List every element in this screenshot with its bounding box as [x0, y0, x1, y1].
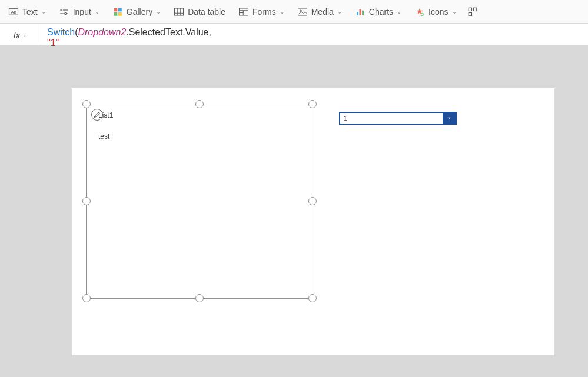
toolbar-charts[interactable]: Charts ⌄: [349, 0, 407, 23]
svg-rect-21: [357, 12, 358, 15]
icons-icon: [414, 6, 425, 17]
chevron-down-icon: ⌄: [280, 8, 284, 15]
formula-bar: fx ⌄ Switch(Dropdown2.SelectedText.Value…: [0, 24, 588, 46]
toolbar-gallery[interactable]: Gallery ⌄: [107, 0, 167, 23]
svg-rect-23: [362, 10, 364, 15]
resize-handle-sw[interactable]: [82, 294, 91, 302]
svg-point-5: [64, 12, 66, 14]
chevron-down-icon: ⌄: [22, 32, 27, 38]
canvas-area[interactable]: List1 test 1: [0, 46, 588, 377]
toolbar-text[interactable]: Ab Text ⌄: [2, 0, 52, 23]
toolbar-more[interactable]: [464, 0, 481, 23]
svg-rect-9: [118, 12, 122, 15]
text-icon: Ab: [8, 6, 19, 17]
toolbar-media[interactable]: Media ⌄: [291, 0, 348, 23]
svg-point-24: [421, 13, 424, 16]
resize-handle-n[interactable]: [195, 100, 204, 108]
toolbar-label: Text: [22, 7, 38, 16]
toolbar-datatable[interactable]: Data table: [168, 0, 231, 23]
sliders-icon: [59, 6, 69, 17]
svg-rect-6: [114, 8, 117, 11]
svg-point-3: [62, 9, 64, 11]
svg-rect-15: [240, 8, 248, 15]
chevron-down-icon: ⌄: [156, 8, 161, 15]
chevron-down-icon: ⌄: [452, 8, 457, 15]
svg-rect-26: [473, 8, 476, 11]
dropdown-value: 1: [340, 113, 443, 124]
resize-handle-w[interactable]: [82, 197, 91, 205]
toolbar-label: Input: [73, 7, 91, 16]
resize-handle-se[interactable]: [308, 294, 317, 302]
gallery-title: List1: [98, 111, 113, 119]
svg-rect-25: [469, 8, 471, 11]
svg-rect-22: [359, 9, 361, 15]
toolbar-input[interactable]: Input ⌄: [53, 0, 105, 23]
svg-rect-10: [175, 8, 184, 15]
chevron-down-icon: ⌄: [397, 8, 401, 15]
fx-dropdown[interactable]: fx ⌄: [0, 24, 41, 46]
toolbar-label: Forms: [253, 7, 276, 16]
fx-label: fx: [14, 30, 21, 40]
dropdown-control[interactable]: 1: [339, 112, 457, 125]
grid-icon: [467, 6, 478, 17]
selected-gallery[interactable]: List1 test: [86, 104, 313, 299]
svg-rect-7: [118, 8, 122, 11]
gallery-item: test: [98, 132, 109, 141]
toolbar-label: Gallery: [127, 7, 152, 16]
toolbar-label: Media: [311, 7, 334, 16]
toolbar-icons[interactable]: Icons ⌄: [408, 0, 462, 23]
resize-handle-ne[interactable]: [308, 100, 317, 108]
resize-handle-nw[interactable]: [82, 100, 91, 108]
chevron-down-icon: ⌄: [337, 8, 342, 15]
chart-icon: [355, 6, 366, 17]
svg-rect-8: [114, 12, 117, 15]
chevron-down-icon: ⌄: [41, 8, 46, 15]
svg-text:Ab: Ab: [11, 9, 16, 15]
svg-rect-27: [469, 12, 471, 15]
svg-rect-19: [298, 8, 307, 15]
chevron-down-icon: ⌄: [95, 8, 99, 15]
image-icon: [297, 6, 308, 17]
formula-input[interactable]: Switch(Dropdown2.SelectedText.Value, "1": [41, 24, 588, 48]
table-icon: [174, 6, 184, 17]
gallery-icon: [112, 6, 123, 17]
forms-icon: [238, 6, 249, 17]
svg-point-20: [300, 10, 301, 12]
toolbar-label: Data table: [188, 7, 225, 16]
resize-handle-s[interactable]: [195, 294, 204, 302]
toolbar-forms[interactable]: Forms ⌄: [232, 0, 290, 23]
toolbar-label: Charts: [369, 7, 393, 16]
dropdown-toggle[interactable]: [443, 113, 456, 124]
resize-handle-e[interactable]: [308, 197, 317, 205]
insert-toolbar: Ab Text ⌄ Input ⌄ Gallery ⌄ Data table F…: [0, 0, 588, 24]
toolbar-label: Icons: [428, 7, 448, 16]
